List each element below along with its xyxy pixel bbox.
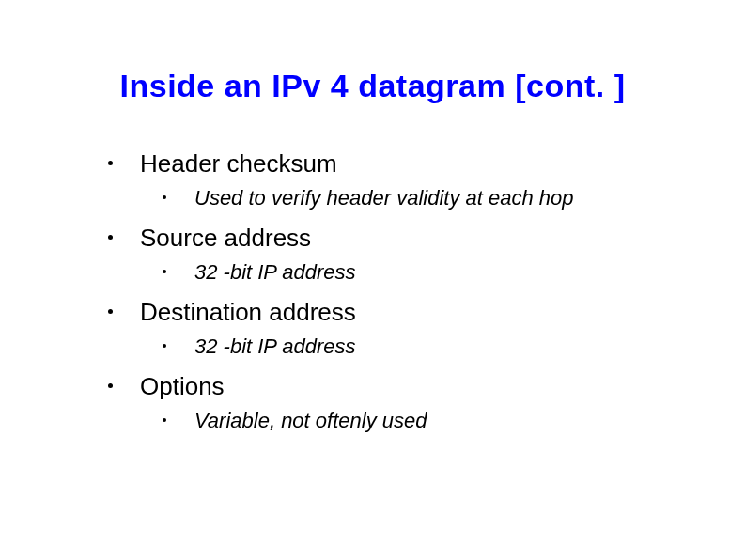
slide: Inside an IPv 4 datagram [cont. ] Header…	[0, 68, 745, 560]
bullet-label: Destination address	[140, 298, 356, 326]
bullet-label: Source address	[140, 224, 311, 252]
sub-bullet-item: Used to verify header validity at each h…	[163, 186, 745, 210]
sub-bullet-item: 32 -bit IP address	[163, 260, 745, 285]
bullet-dot-icon	[163, 195, 166, 199]
slide-title: Inside an IPv 4 datagram [cont. ]	[0, 68, 745, 104]
bullet-item: Options	[108, 372, 745, 401]
sub-bullet-item: Variable, not oftenly used	[163, 409, 745, 433]
sub-bullet-item: 32 -bit IP address	[163, 334, 745, 359]
bullet-dot-icon	[108, 161, 113, 165]
bullet-dot-icon	[163, 418, 166, 422]
bullet-label: Options	[140, 372, 225, 400]
bullet-dot-icon	[163, 270, 166, 273]
bullet-dot-icon	[108, 235, 113, 240]
bullet-dot-icon	[108, 383, 113, 388]
sub-bullet-label: Used to verify header validity at each h…	[194, 186, 574, 210]
bullet-item: Source address	[108, 224, 745, 253]
bullet-item: Destination address	[108, 298, 745, 327]
bullet-label: Header checksum	[140, 149, 337, 178]
sub-bullet-label: 32 -bit IP address	[194, 334, 356, 358]
slide-content: Header checksum Used to verify header va…	[108, 149, 745, 433]
sub-bullet-label: 32 -bit IP address	[194, 260, 356, 284]
sub-bullet-label: Variable, not oftenly used	[194, 409, 427, 432]
bullet-dot-icon	[163, 344, 166, 348]
bullet-item: Header checksum	[108, 149, 745, 179]
bullet-dot-icon	[108, 309, 113, 314]
